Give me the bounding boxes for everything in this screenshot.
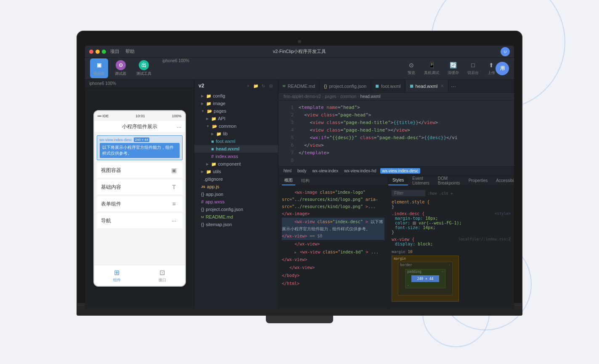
tree-folder-api[interactable]: ▶ 📁 API: [194, 115, 278, 122]
tree-file-readme[interactable]: M README.md: [194, 213, 278, 221]
etag-wx-view-index-hd[interactable]: wx-view.index-hd: [342, 168, 378, 174]
item-icon-0: ▣: [170, 166, 178, 174]
tab-readme[interactable]: M README.md: [278, 79, 320, 92]
etag-body[interactable]: body: [296, 168, 308, 174]
clear-cache-action[interactable]: 🔄 清缓存: [448, 61, 459, 76]
filter-input[interactable]: [392, 190, 425, 196]
item-icon-1: T: [170, 183, 178, 191]
etag-html[interactable]: html: [282, 168, 293, 174]
laptop-stand: [266, 316, 333, 323]
test-button[interactable]: 出 测试工具: [133, 58, 155, 78]
file-label-gitignore: .gitignore: [204, 177, 223, 182]
simulator-phone-area: ▪▪▪ IDE 10:01 100% 小程序组件展示 ···: [85, 88, 194, 309]
bottom-panel-tabs: 概图 结构: [278, 176, 388, 186]
panel-tab-overview[interactable]: 概图: [282, 176, 295, 185]
panel-tab-structure[interactable]: 结构: [299, 176, 312, 185]
list-item-0[interactable]: 视图容器 ▣: [97, 163, 183, 178]
tree-folder-component[interactable]: ▶ 📁 component: [194, 160, 278, 168]
etag-wx-view-index[interactable]: wx-view.index: [311, 168, 340, 174]
refresh-icon[interactable]: ↻: [260, 83, 266, 89]
close-button[interactable]: [89, 50, 93, 54]
upload-action[interactable]: ⬆ 上传: [487, 61, 496, 76]
tabs-more-button[interactable]: ···: [448, 83, 459, 90]
css-rule-index-desc: .index-desc { <style> margin-top: 10px; …: [392, 211, 511, 235]
tree-file-foot-wxml[interactable]: ◼ foot.wxml: [194, 137, 278, 145]
box-model-margin-value: 10: [408, 250, 413, 254]
code-line-6: 6 </view>: [278, 142, 514, 149]
css-val-color: var(--weui-FG-1);: [419, 221, 461, 225]
real-machine-action[interactable]: 📱 真机调试: [424, 61, 439, 76]
tree-folder-config[interactable]: ▶ 📁 config: [194, 92, 278, 100]
tab-head-wxml[interactable]: ◼ head.wxml ✕: [406, 79, 449, 92]
cut-backend-icon: □: [469, 61, 477, 69]
css-rule-element-style: element.style { }: [392, 200, 511, 209]
styles-tab-properties[interactable]: Properties: [464, 176, 492, 185]
caret-lib: ▶: [211, 132, 214, 136]
folder-label-pages: pages: [214, 108, 226, 113]
tree-file-sitemap[interactable]: {} sitemap.json: [194, 221, 278, 228]
code-line-2: 2 <view class="page-head">: [278, 111, 514, 119]
code-line-1: 1 <template name="head">: [278, 104, 514, 111]
editor-tabs: M README.md {} project.config.json ◼ foo…: [278, 79, 514, 93]
menu-help[interactable]: 帮助: [125, 48, 135, 55]
styles-tab-accessibility[interactable]: Accessibility: [492, 176, 514, 185]
tab-project-config[interactable]: {} project.config.json: [320, 79, 371, 92]
folder-icon-common: 📂: [212, 124, 217, 129]
toolbar-avatar[interactable]: 用: [496, 62, 509, 75]
preview-action[interactable]: ⊙ 预览: [407, 61, 416, 76]
tab-head-close[interactable]: ✕: [440, 84, 444, 88]
css-rule-wx-view: wx-view { localfile:/.index.css:2 displa…: [392, 237, 511, 246]
tree-folder-utils[interactable]: ▶ 📁 utils: [194, 168, 278, 175]
list-item-3[interactable]: 导航 ···: [97, 213, 183, 228]
tree-file-app-wxss[interactable]: # app.wxss: [194, 198, 278, 206]
code-editor[interactable]: 1 <template name="head"> 2 <view class="…: [278, 100, 514, 166]
item-label-1: 基础内容: [101, 184, 121, 191]
styles-content: :hov .cls + element.style { } .index-des…: [388, 186, 514, 309]
item-label-2: 表单组件: [101, 200, 121, 208]
tree-file-index-wxss[interactable]: # index.wxss: [194, 153, 278, 160]
tab-head-icon: ◼: [410, 83, 413, 89]
maximize-button[interactable]: [102, 50, 106, 54]
phone-bottom-nav: ⊞ 组件 ⊡ 接口: [94, 265, 185, 286]
user-avatar[interactable]: U: [501, 47, 510, 56]
list-item-2[interactable]: 表单组件 ≡: [97, 196, 183, 211]
file-label-readme: README.md: [206, 214, 233, 219]
cut-backend-action[interactable]: □ 切后台: [467, 61, 479, 76]
tree-file-app-js[interactable]: JS app.js: [194, 183, 278, 190]
css-val-margin-top: 10px;: [425, 216, 438, 221]
new-file-icon[interactable]: +: [245, 83, 251, 89]
etag-wx-view-index-desc[interactable]: wx-view.index-desc: [380, 168, 420, 174]
code-line-5: 5 <wx:if="{{desc}}" class="page-head-des…: [278, 134, 514, 142]
new-folder-icon[interactable]: 📁: [253, 83, 259, 89]
preview-icon: ⊙: [407, 61, 416, 69]
toolbar-left: ▣ 模拟器 ⊙ 调试器 出 测试工具 iphone6 100%: [90, 58, 196, 78]
tree-file-project-config[interactable]: {} project.config.json: [194, 206, 278, 213]
tree-folder-image[interactable]: ▶ 📁 image: [194, 100, 278, 107]
dom-view[interactable]: <wx-image class="index-logo" src="../res…: [278, 186, 388, 309]
folder-icon-pages: 📂: [207, 109, 212, 113]
collapse-icon[interactable]: ⊟: [268, 83, 274, 89]
more-options-icon[interactable]: ···: [177, 124, 182, 130]
tab-project-icon: {}: [324, 84, 327, 89]
menu-project[interactable]: 项目: [110, 48, 119, 55]
minimize-button[interactable]: [95, 50, 100, 54]
tree-file-head-wxml[interactable]: ◼ head.wxml: [194, 145, 278, 153]
simulator-panel: iphone6 100% ▪▪▪ IDE 10:01 100% 小程序组件展示: [85, 79, 194, 309]
box-margin: margin border - padding -: [392, 256, 459, 302]
tab-foot-wxml[interactable]: ◼ foot.wxml: [371, 79, 405, 92]
styles-tab-dom-breakpoints[interactable]: DOM Breakpoints: [434, 176, 464, 185]
main-area: iphone6 100% ▪▪▪ IDE 10:01 100% 小程序组件展示: [85, 79, 514, 309]
list-item-1[interactable]: 基础内容 T: [97, 179, 183, 195]
tree-folder-common[interactable]: ▼ 📂 common: [194, 122, 278, 130]
breadcrumb-item-0: fino-applet-demo-v2: [284, 94, 321, 99]
simulator-button[interactable]: ▣ 模拟器: [90, 58, 108, 78]
styles-tab-styles[interactable]: Styles: [388, 176, 408, 185]
debugger-button[interactable]: ⊙ 调试器: [111, 58, 130, 78]
tree-folder-pages[interactable]: ▼ 📂 pages: [194, 107, 278, 115]
tree-folder-lib[interactable]: ▶ 📁 lib: [194, 130, 278, 137]
nav-item-api[interactable]: ⊡ 接口: [159, 269, 166, 283]
nav-item-component[interactable]: ⊞ 组件: [113, 269, 121, 283]
tree-file-gitignore[interactable]: · .gitignore: [194, 175, 278, 183]
tree-file-app-json[interactable]: {} app.json: [194, 190, 278, 198]
styles-tab-events[interactable]: Event Listeners: [408, 176, 434, 185]
